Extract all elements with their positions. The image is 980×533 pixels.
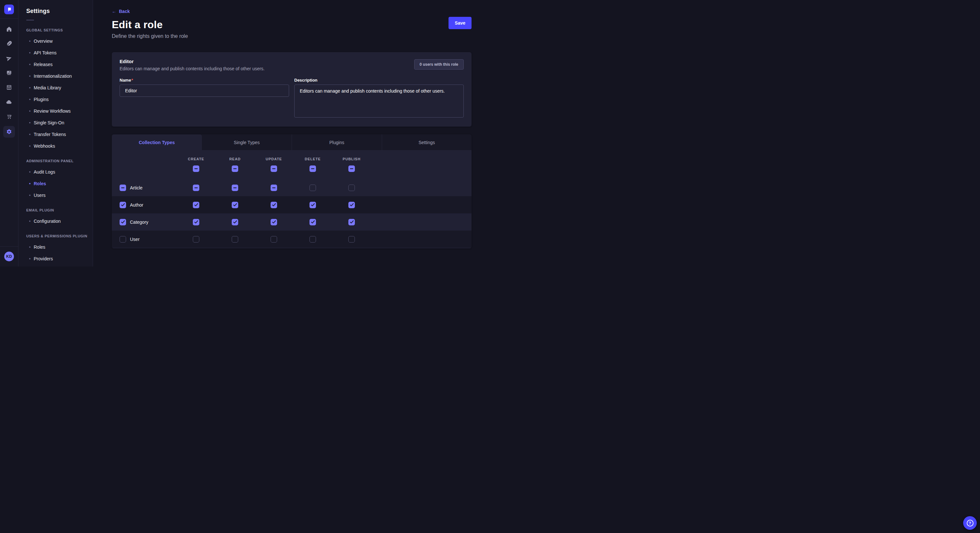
required-asterisk: * [131, 78, 133, 82]
main-content: ← Back Edit a role Define the rights giv… [93, 0, 490, 266]
media-library-icon[interactable] [4, 68, 14, 78]
select-all-create-checkbox[interactable] [193, 165, 199, 172]
role-details-card: Editor Editors can manage and publish co… [112, 52, 471, 127]
sidebar-item-configuration[interactable]: Configuration [26, 215, 93, 227]
feather-icon[interactable] [4, 38, 14, 49]
article-delete-checkbox[interactable] [310, 185, 316, 191]
bullet-icon [29, 122, 30, 124]
back-arrow-icon: ← [112, 9, 116, 14]
role-description-input[interactable]: Editors can manage and publish contents … [294, 84, 464, 117]
layout-icon[interactable] [4, 82, 14, 93]
bullet-icon [29, 145, 30, 147]
row-checkbox-article[interactable] [119, 185, 126, 191]
row-label: Article [130, 185, 143, 190]
sidebar-item-providers[interactable]: Providers [26, 253, 93, 265]
article-update-checkbox[interactable] [270, 185, 277, 191]
cloud-icon[interactable] [4, 97, 14, 107]
sidebar-item-transfer-tokens[interactable]: Transfer Tokens [26, 128, 93, 140]
user-create-checkbox[interactable] [193, 236, 199, 243]
select-all-read-checkbox[interactable] [232, 165, 238, 172]
sidebar-item-roles-admin[interactable]: Roles [26, 178, 93, 189]
subnav-title: Settings [26, 8, 93, 14]
permission-row-category: Category [112, 213, 471, 230]
sidebar-item-api-tokens[interactable]: API Tokens [26, 47, 93, 59]
row-checkbox-category[interactable] [119, 219, 126, 225]
user-read-checkbox[interactable] [232, 236, 238, 243]
author-create-checkbox[interactable] [193, 202, 199, 208]
page-subtitle: Define the rights given to the role [112, 33, 471, 39]
role-description-text: Editors can manage and publish contents … [119, 66, 265, 71]
article-read-checkbox[interactable] [232, 185, 238, 191]
bullet-icon [29, 40, 30, 42]
category-read-checkbox[interactable] [232, 219, 238, 225]
article-create-checkbox[interactable] [193, 185, 199, 191]
send-icon[interactable] [4, 53, 14, 63]
role-name-input[interactable] [119, 84, 289, 97]
permission-row-author: Author [112, 196, 471, 213]
sidebar-item-single-sign-on[interactable]: Single Sign-On [26, 117, 93, 128]
author-read-checkbox[interactable] [232, 202, 238, 208]
bullet-icon [29, 87, 30, 89]
bullet-icon [29, 110, 30, 112]
permission-row-article: Article [112, 179, 471, 196]
users-with-role-badge[interactable]: 0 users with this role [414, 59, 464, 70]
settings-gear-icon[interactable] [3, 126, 15, 138]
category-delete-checkbox[interactable] [310, 219, 316, 225]
select-all-update-checkbox[interactable] [270, 165, 277, 172]
back-link[interactable]: ← Back [112, 9, 130, 14]
select-all-delete-checkbox[interactable] [310, 165, 316, 172]
category-create-checkbox[interactable] [193, 219, 199, 225]
save-button[interactable]: Save [449, 17, 471, 29]
row-label: Category [130, 219, 148, 225]
section-administration-panel: ADMINISTRATION PANEL [26, 159, 93, 163]
tab-collection-types[interactable]: Collection Types [112, 134, 202, 151]
row-checkbox-author[interactable] [119, 202, 126, 208]
user-update-checkbox[interactable] [270, 236, 277, 243]
strapi-logo[interactable] [4, 5, 14, 14]
bullet-icon [29, 52, 30, 54]
description-field-label: Description [294, 78, 464, 82]
author-delete-checkbox[interactable] [310, 202, 316, 208]
category-update-checkbox[interactable] [270, 219, 277, 225]
user-delete-checkbox[interactable] [310, 236, 316, 243]
sidebar-item-roles-up[interactable]: Roles [26, 241, 93, 253]
role-name-heading: Editor [119, 59, 265, 64]
tab-plugins[interactable]: Plugins [292, 134, 382, 150]
tab-settings[interactable]: Settings [382, 134, 472, 150]
bullet-icon [29, 171, 30, 173]
user-avatar[interactable]: KD [4, 252, 14, 261]
home-icon[interactable] [4, 24, 14, 34]
permissions-panel: CREATE READ UPDATE DELETE PUBLISH [112, 151, 471, 248]
sidebar-item-releases[interactable]: Releases [26, 59, 93, 70]
author-update-checkbox[interactable] [270, 202, 277, 208]
sidebar-item-overview[interactable]: Overview [26, 35, 93, 47]
sidebar-item-webhooks[interactable]: Webhooks [26, 140, 93, 152]
category-publish-checkbox[interactable] [348, 219, 355, 225]
bullet-icon [29, 258, 30, 259]
column-header-read: READ [229, 157, 240, 161]
bullet-icon [29, 75, 30, 77]
name-field-label: Name* [119, 78, 289, 82]
tab-single-types[interactable]: Single Types [202, 134, 292, 150]
settings-subnav: Settings GLOBAL SETTINGS Overview API To… [19, 0, 93, 266]
permission-row-user: User [112, 230, 471, 248]
row-checkbox-user[interactable] [119, 236, 126, 243]
sidebar-item-media-library[interactable]: Media Library [26, 82, 93, 94]
sidebar-item-plugins[interactable]: Plugins [26, 94, 93, 105]
author-publish-checkbox[interactable] [348, 202, 355, 208]
user-publish-checkbox[interactable] [348, 236, 355, 243]
column-header-delete: DELETE [305, 157, 320, 161]
bullet-icon [29, 220, 30, 222]
article-publish-checkbox[interactable] [348, 185, 355, 191]
bullet-icon [29, 195, 30, 196]
sidebar-item-audit-logs[interactable]: Audit Logs [26, 166, 93, 178]
select-all-publish-checkbox[interactable] [348, 165, 355, 172]
marketplace-cart-icon[interactable] [4, 111, 14, 122]
sidebar-item-internationalization[interactable]: Internationalization [26, 70, 93, 82]
sidebar-item-users[interactable]: Users [26, 189, 93, 201]
bullet-icon [29, 64, 30, 65]
sidebar-item-review-workflows[interactable]: Review Workflows [26, 105, 93, 117]
permissions-card: Collection Types Single Types Plugins Se… [112, 134, 471, 248]
section-global-settings: GLOBAL SETTINGS [26, 27, 93, 33]
bullet-icon [29, 246, 30, 248]
